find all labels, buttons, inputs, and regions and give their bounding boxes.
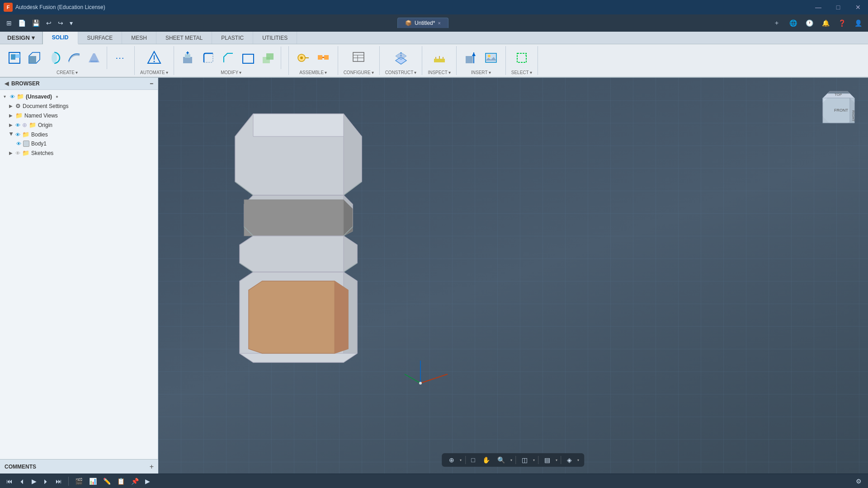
tab-mesh[interactable]: MESH [122, 32, 156, 44]
root-folder-icon: 📁 [17, 93, 24, 100]
tab-solid[interactable]: SOLID [43, 32, 78, 44]
configure-button[interactable] [349, 49, 368, 66]
zoom-button[interactable]: 🔍 [495, 455, 507, 465]
design-mode-button[interactable]: DESIGN ▾ [0, 32, 43, 44]
loft-button[interactable] [85, 49, 103, 66]
insert-icon [464, 51, 478, 65]
bodies-folder-icon: 📁 [22, 131, 29, 138]
tree-item-document-settings[interactable]: ▶ ⚙ Document Settings [0, 101, 158, 111]
minimize-button[interactable]: — [812, 1, 825, 14]
svg-point-64 [419, 382, 422, 385]
pan-button[interactable]: ✋ [481, 455, 492, 465]
bodies-arrow[interactable]: ▶ [9, 132, 14, 137]
skip-to-start-button[interactable]: ⏮ [5, 477, 14, 486]
edit-timeline-button[interactable]: ✏️ [101, 477, 113, 486]
add-tab-button[interactable]: ＋ [770, 17, 783, 29]
automate-button[interactable] [145, 49, 163, 66]
notifications-button[interactable]: 🔔 [819, 17, 832, 29]
origin-arrow[interactable]: ▶ [9, 122, 14, 127]
offset-plane-button[interactable] [392, 49, 410, 66]
maximize-button[interactable]: □ [832, 1, 844, 14]
snap-button[interactable]: ⊕ [447, 455, 456, 465]
root-eye[interactable]: 👁 [10, 94, 15, 99]
extrude-button[interactable] [25, 49, 43, 66]
visual-style-button[interactable]: ▤ [542, 455, 552, 465]
snap-arrow[interactable]: ▾ [460, 458, 462, 462]
tab-close-button[interactable]: × [438, 20, 440, 26]
play-button[interactable]: ▶ [30, 477, 38, 486]
tab-plastic[interactable]: PLASTIC [212, 32, 253, 44]
press-pull-button[interactable] [179, 49, 198, 66]
close-button[interactable]: ✕ [852, 1, 864, 14]
offset-plane-icon [394, 51, 408, 65]
combine-button[interactable] [259, 49, 277, 66]
insert-image-button[interactable] [482, 49, 500, 66]
pin-button[interactable]: 📌 [129, 477, 141, 486]
doc-settings-arrow[interactable]: ▶ [9, 103, 14, 108]
revolve-button[interactable] [45, 49, 63, 66]
more-create-button[interactable]: ⋯ [111, 49, 129, 66]
camera-button[interactable]: 🎬 [73, 477, 85, 486]
play-all-button[interactable]: ▶ [143, 477, 152, 486]
timeline-list-button[interactable]: 📋 [115, 477, 127, 486]
zoom-arrow[interactable]: ▾ [510, 458, 512, 462]
chamfer-button[interactable] [219, 49, 237, 66]
browser-pin-button[interactable]: ━ [150, 81, 153, 87]
tab-surface[interactable]: SURFACE [78, 32, 123, 44]
help-online-button[interactable]: 🌐 [787, 17, 799, 29]
insert-button[interactable] [462, 49, 480, 66]
history-button[interactable]: 🕐 [803, 17, 816, 29]
undo-button[interactable]: ↩ [43, 18, 54, 28]
grid-arrow[interactable]: ▾ [577, 458, 579, 462]
skip-to-end-button[interactable]: ⏭ [54, 477, 64, 486]
new-component-button[interactable] [5, 49, 24, 66]
active-tab[interactable]: 📦 Untitled* × [397, 18, 448, 28]
redo-button[interactable]: ↪ [55, 18, 66, 28]
save-button[interactable]: 📄 [15, 18, 28, 28]
origin-eye[interactable]: 👁 [15, 122, 20, 128]
root-arrow[interactable]: ▾ [4, 94, 8, 99]
display-arrow[interactable]: ▾ [533, 458, 535, 462]
comments-add-button[interactable]: + [150, 463, 154, 471]
comments-bar: COMMENTS + [0, 459, 158, 474]
joint-button[interactable] [294, 49, 312, 66]
tree-item-root[interactable]: ▾ 👁 📁 (Unsaved) ● [0, 92, 158, 101]
user-avatar[interactable]: 👤 [852, 17, 864, 29]
svg-marker-7 [89, 53, 99, 62]
viewport[interactable]: FRONT TOP RIGHT ⊕ ▾ □ ✋ 🔍 ▾ ◫ ▾ ▤ ▾ [158, 78, 868, 474]
chart-button[interactable]: 📊 [87, 477, 99, 486]
press-pull-icon [181, 51, 196, 65]
middle-section: ◀ BROWSER ━ ▾ 👁 📁 (Unsaved) ● ▶ ⚙ [0, 78, 868, 474]
view-cube[interactable]: FRONT TOP RIGHT [818, 87, 859, 127]
help-button[interactable]: ❓ [835, 17, 848, 29]
body1-eye[interactable]: 👁 [16, 141, 21, 146]
tree-item-bodies[interactable]: ▶ 👁 📁 Bodies [0, 130, 158, 139]
tree-item-body1[interactable]: 👁 Body1 [0, 139, 158, 148]
prev-frame-button[interactable]: ⏴ [17, 477, 27, 486]
measure-button[interactable] [430, 49, 448, 66]
grid-button[interactable]: ◈ [565, 455, 574, 465]
tree-item-named-views[interactable]: ▶ 📁 Named Views [0, 111, 158, 120]
sketches-arrow[interactable]: ▶ [9, 150, 14, 155]
visual-arrow[interactable]: ▾ [556, 458, 557, 462]
select-button[interactable] [513, 49, 531, 66]
named-views-arrow[interactable]: ▶ [9, 113, 14, 118]
tab-sheet-metal[interactable]: SHEET METAL [156, 32, 212, 44]
tab-utilities[interactable]: UTILITIES [253, 32, 297, 44]
rigid-group-button[interactable] [314, 49, 332, 66]
bodies-eye[interactable]: 👁 [15, 132, 20, 137]
display-mode-button[interactable]: ◫ [520, 455, 529, 465]
sketches-eye[interactable]: 👁 [15, 150, 20, 156]
fillet-button[interactable] [199, 49, 217, 66]
grid-toggle-button[interactable]: ⊞ [4, 18, 14, 28]
tree-item-sketches[interactable]: ▶ 👁 📁 Sketches [0, 148, 158, 158]
next-frame-button[interactable]: ⏵ [41, 477, 51, 486]
settings-button[interactable]: ⚙ [854, 477, 863, 486]
undo-dropdown-button[interactable]: ▾ [67, 18, 75, 28]
shell-button[interactable] [239, 49, 257, 66]
save-disk-button[interactable]: 💾 [29, 18, 42, 28]
sweep-button[interactable] [65, 49, 83, 66]
orbit-button[interactable]: □ [469, 455, 476, 465]
browser-collapse-icon[interactable]: ◀ [5, 80, 9, 87]
tree-item-origin[interactable]: ▶ 👁 ⊕ 📁 Origin [0, 120, 158, 130]
